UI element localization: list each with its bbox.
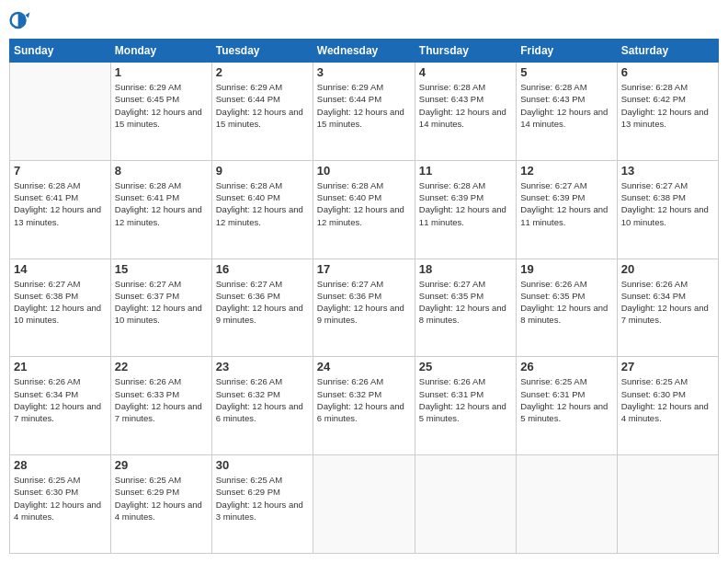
col-friday: Friday [517,40,617,63]
day-number: 6 [621,65,714,79]
day-info: Sunrise: 6:26 AM Sunset: 6:32 PM Dayligh… [216,375,309,424]
day-info: Sunrise: 6:26 AM Sunset: 6:34 PM Dayligh… [14,375,107,424]
day-number: 11 [419,164,512,178]
day-number: 18 [419,262,512,276]
table-row: 3Sunrise: 6:29 AM Sunset: 6:44 PM Daylig… [313,63,415,161]
day-info: Sunrise: 6:26 AM Sunset: 6:31 PM Dayligh… [419,375,512,424]
day-number: 3 [317,65,411,79]
day-info: Sunrise: 6:28 AM Sunset: 6:41 PM Dayligh… [14,179,107,228]
day-info: Sunrise: 6:28 AM Sunset: 6:41 PM Dayligh… [115,179,208,228]
day-info: Sunrise: 6:26 AM Sunset: 6:32 PM Dayligh… [317,375,411,424]
logo [9,9,35,31]
day-number: 4 [419,65,512,79]
day-info: Sunrise: 6:26 AM Sunset: 6:33 PM Dayligh… [115,375,208,424]
day-number: 5 [520,65,612,79]
day-number: 17 [317,262,411,276]
table-row: 4Sunrise: 6:28 AM Sunset: 6:43 PM Daylig… [415,63,516,161]
table-row [313,455,415,554]
day-number: 24 [317,360,411,373]
day-number: 2 [216,65,309,79]
day-number: 10 [317,164,411,178]
table-row: 29Sunrise: 6:25 AM Sunset: 6:29 PM Dayli… [110,455,211,554]
day-info: Sunrise: 6:26 AM Sunset: 6:35 PM Dayligh… [520,278,612,327]
day-info: Sunrise: 6:28 AM Sunset: 6:42 PM Dayligh… [621,81,714,130]
calendar: Sunday Monday Tuesday Wednesday Thursday… [9,39,719,554]
day-number: 15 [115,262,208,276]
day-number: 26 [520,360,612,373]
table-row: 24Sunrise: 6:26 AM Sunset: 6:32 PM Dayli… [313,357,415,455]
table-row: 17Sunrise: 6:27 AM Sunset: 6:36 PM Dayli… [313,259,415,357]
table-row [10,63,111,161]
day-info: Sunrise: 6:27 AM Sunset: 6:39 PM Dayligh… [520,179,612,228]
table-row: 6Sunrise: 6:28 AM Sunset: 6:42 PM Daylig… [617,63,718,161]
day-info: Sunrise: 6:28 AM Sunset: 6:39 PM Dayligh… [419,179,512,228]
table-row: 8Sunrise: 6:28 AM Sunset: 6:41 PM Daylig… [110,160,211,259]
day-number: 21 [14,360,107,373]
table-row: 27Sunrise: 6:25 AM Sunset: 6:30 PM Dayli… [617,357,718,455]
day-info: Sunrise: 6:27 AM Sunset: 6:36 PM Dayligh… [216,278,309,327]
table-row: 19Sunrise: 6:26 AM Sunset: 6:35 PM Dayli… [517,259,617,357]
table-row: 21Sunrise: 6:26 AM Sunset: 6:34 PM Dayli… [10,357,111,455]
day-number: 27 [621,360,714,373]
day-number: 22 [115,360,208,373]
day-info: Sunrise: 6:25 AM Sunset: 6:29 PM Dayligh… [216,474,309,523]
day-info: Sunrise: 6:29 AM Sunset: 6:45 PM Dayligh… [115,81,208,130]
day-info: Sunrise: 6:25 AM Sunset: 6:29 PM Dayligh… [115,474,208,523]
day-info: Sunrise: 6:26 AM Sunset: 6:34 PM Dayligh… [621,278,714,327]
day-number: 20 [621,262,714,276]
table-row: 25Sunrise: 6:26 AM Sunset: 6:31 PM Dayli… [415,357,516,455]
table-row: 20Sunrise: 6:26 AM Sunset: 6:34 PM Dayli… [617,259,718,357]
day-info: Sunrise: 6:28 AM Sunset: 6:40 PM Dayligh… [317,179,411,228]
day-info: Sunrise: 6:28 AM Sunset: 6:43 PM Dayligh… [520,81,612,130]
table-row [415,455,516,554]
table-row: 13Sunrise: 6:27 AM Sunset: 6:38 PM Dayli… [617,160,718,259]
table-row: 1Sunrise: 6:29 AM Sunset: 6:45 PM Daylig… [110,63,211,161]
day-number: 16 [216,262,309,276]
table-row: 28Sunrise: 6:25 AM Sunset: 6:30 PM Dayli… [10,455,111,554]
table-row: 14Sunrise: 6:27 AM Sunset: 6:38 PM Dayli… [10,259,111,357]
day-number: 29 [115,458,208,472]
day-info: Sunrise: 6:29 AM Sunset: 6:44 PM Dayligh… [317,81,411,130]
day-info: Sunrise: 6:25 AM Sunset: 6:30 PM Dayligh… [14,474,107,523]
col-tuesday: Tuesday [211,40,313,63]
table-row: 5Sunrise: 6:28 AM Sunset: 6:43 PM Daylig… [517,63,617,161]
day-info: Sunrise: 6:27 AM Sunset: 6:38 PM Dayligh… [14,278,107,327]
day-number: 14 [14,262,107,276]
day-info: Sunrise: 6:27 AM Sunset: 6:35 PM Dayligh… [419,278,512,327]
col-sunday: Sunday [10,40,111,63]
day-number: 19 [520,262,612,276]
day-number: 30 [216,458,309,472]
day-number: 1 [115,65,208,79]
table-row: 9Sunrise: 6:28 AM Sunset: 6:40 PM Daylig… [211,160,313,259]
day-number: 13 [621,164,714,178]
table-row [517,455,617,554]
day-number: 8 [115,164,208,178]
day-number: 7 [14,164,107,178]
table-row [617,455,718,554]
table-row: 26Sunrise: 6:25 AM Sunset: 6:31 PM Dayli… [517,357,617,455]
day-info: Sunrise: 6:25 AM Sunset: 6:30 PM Dayligh… [621,375,714,424]
table-row: 7Sunrise: 6:28 AM Sunset: 6:41 PM Daylig… [10,160,111,259]
day-number: 12 [520,164,612,178]
table-row: 30Sunrise: 6:25 AM Sunset: 6:29 PM Dayli… [211,455,313,554]
day-number: 9 [216,164,309,178]
col-wednesday: Wednesday [313,40,415,63]
day-info: Sunrise: 6:27 AM Sunset: 6:37 PM Dayligh… [115,278,208,327]
day-info: Sunrise: 6:27 AM Sunset: 6:36 PM Dayligh… [317,278,411,327]
table-row: 23Sunrise: 6:26 AM Sunset: 6:32 PM Dayli… [211,357,313,455]
table-row: 12Sunrise: 6:27 AM Sunset: 6:39 PM Dayli… [517,160,617,259]
table-row: 11Sunrise: 6:28 AM Sunset: 6:39 PM Dayli… [415,160,516,259]
day-info: Sunrise: 6:28 AM Sunset: 6:43 PM Dayligh… [419,81,512,130]
table-row: 10Sunrise: 6:28 AM Sunset: 6:40 PM Dayli… [313,160,415,259]
day-number: 25 [419,360,512,373]
table-row: 15Sunrise: 6:27 AM Sunset: 6:37 PM Dayli… [110,259,211,357]
day-info: Sunrise: 6:27 AM Sunset: 6:38 PM Dayligh… [621,179,714,228]
col-monday: Monday [110,40,211,63]
day-info: Sunrise: 6:28 AM Sunset: 6:40 PM Dayligh… [216,179,309,228]
day-number: 28 [14,458,107,472]
day-info: Sunrise: 6:29 AM Sunset: 6:44 PM Dayligh… [216,81,309,130]
day-number: 23 [216,360,309,373]
day-info: Sunrise: 6:25 AM Sunset: 6:31 PM Dayligh… [520,375,612,424]
table-row: 18Sunrise: 6:27 AM Sunset: 6:35 PM Dayli… [415,259,516,357]
table-row: 16Sunrise: 6:27 AM Sunset: 6:36 PM Dayli… [211,259,313,357]
